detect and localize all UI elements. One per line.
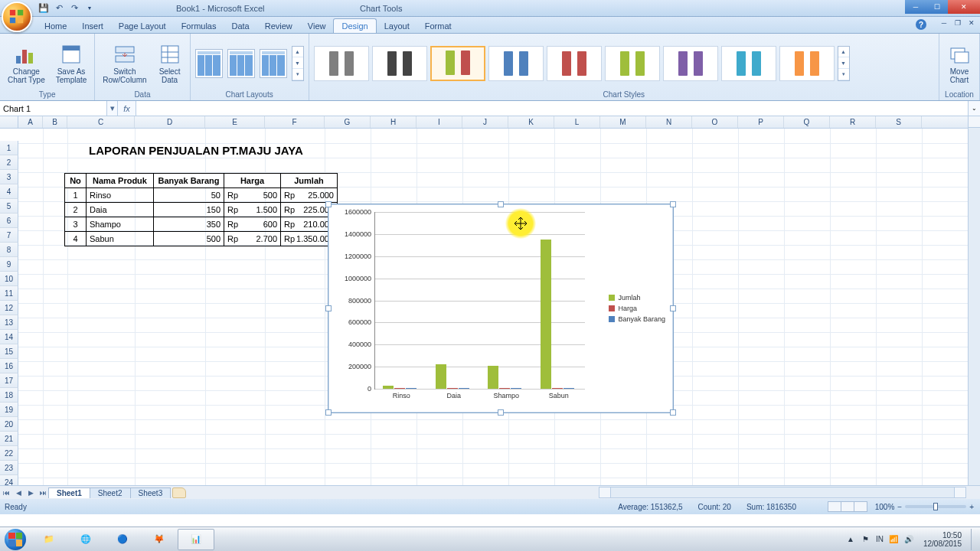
taskbar-ie[interactable]: 🌐 xyxy=(67,529,104,550)
col-header-H[interactable]: H xyxy=(371,116,416,128)
select-all-corner[interactable] xyxy=(0,116,18,128)
formula-bar-expand-icon[interactable]: ⌄ xyxy=(968,101,980,116)
taskbar-excel[interactable]: 📊 xyxy=(178,529,214,550)
row-header-23[interactable]: 23 xyxy=(0,461,18,475)
taskbar-firefox[interactable]: 🦊 xyxy=(141,529,178,550)
chart-style-9[interactable] xyxy=(779,46,835,81)
wb-minimize-button[interactable]: ─ xyxy=(939,18,949,28)
row-header-13[interactable]: 13 xyxy=(0,315,18,330)
sheet-nav-first-icon[interactable]: ⏮ xyxy=(0,489,12,497)
tray-clock[interactable]: 10:5012/08/2015 xyxy=(919,531,966,548)
row-header-15[interactable]: 15 xyxy=(0,344,18,359)
row-header-8[interactable]: 8 xyxy=(0,243,18,257)
tab-page-layout[interactable]: Page Layout xyxy=(111,19,174,33)
row-header-22[interactable]: 22 xyxy=(0,446,18,461)
close-button[interactable]: ✕ xyxy=(948,0,980,14)
row-header-18[interactable]: 18 xyxy=(0,388,18,403)
tray-flag-icon[interactable]: ⚑ xyxy=(861,534,871,545)
row-header-16[interactable]: 16 xyxy=(0,359,18,373)
tab-review[interactable]: Review xyxy=(257,19,300,33)
row-header-11[interactable]: 11 xyxy=(0,286,18,301)
row-header-1[interactable]: 1 xyxy=(0,141,18,155)
col-header-K[interactable]: K xyxy=(508,116,554,128)
scroll-up-icon[interactable] xyxy=(969,116,980,128)
chart-layouts-more[interactable]: ▲▼▾ xyxy=(292,46,304,81)
col-header-N[interactable]: N xyxy=(646,116,692,128)
insert-sheet-button[interactable] xyxy=(172,487,186,498)
col-header-P[interactable]: P xyxy=(738,116,784,128)
row-header-20[interactable]: 20 xyxy=(0,417,18,432)
row-header-21[interactable]: 21 xyxy=(0,432,18,446)
col-header-I[interactable]: I xyxy=(416,116,462,128)
tray-language[interactable]: IN xyxy=(876,535,884,543)
row-header-19[interactable]: 19 xyxy=(0,403,18,417)
row-header-7[interactable]: 7 xyxy=(0,228,18,243)
col-header-S[interactable]: S xyxy=(876,116,922,128)
col-header-E[interactable]: E xyxy=(205,116,265,128)
col-header-F[interactable]: F xyxy=(265,116,325,128)
tab-home[interactable]: Home xyxy=(37,19,74,33)
worksheet-grid[interactable]: ABCDEFGHIJKLMNOPQRS 12345678910111213141… xyxy=(0,116,980,485)
view-buttons[interactable] xyxy=(828,501,867,512)
row-header-24[interactable]: 24 xyxy=(0,475,18,485)
help-icon[interactable]: ? xyxy=(916,19,926,30)
undo-icon[interactable]: ↶ xyxy=(54,3,64,14)
row-header-14[interactable]: 14 xyxy=(0,330,18,344)
tab-view[interactable]: View xyxy=(300,19,334,33)
qat-dropdown-icon[interactable]: ▼ xyxy=(84,3,95,14)
col-header-G[interactable]: G xyxy=(325,116,371,128)
chart-styles-more[interactable]: ▲▼▾ xyxy=(838,46,850,81)
zoom-level[interactable]: 100% xyxy=(875,503,895,511)
tray-expand-icon[interactable]: ▲ xyxy=(845,534,856,545)
select-data-button[interactable]: Select Data xyxy=(155,41,185,86)
col-header-D[interactable]: D xyxy=(135,116,205,128)
col-header-R[interactable]: R xyxy=(830,116,876,128)
tab-format[interactable]: Format xyxy=(417,19,459,33)
row-header-9[interactable]: 9 xyxy=(0,257,18,272)
row-header-12[interactable]: 12 xyxy=(0,301,18,315)
tab-data[interactable]: Data xyxy=(224,19,256,33)
col-header-M[interactable]: M xyxy=(600,116,646,128)
chart-style-8[interactable] xyxy=(721,46,776,81)
scroll-left-icon[interactable] xyxy=(599,487,611,497)
tab-insert[interactable]: Insert xyxy=(74,19,111,33)
sheet-nav-prev-icon[interactable]: ◀ xyxy=(12,489,24,497)
show-desktop-button[interactable] xyxy=(971,529,977,550)
col-header-C[interactable]: C xyxy=(67,116,135,128)
wb-close-button[interactable]: ✕ xyxy=(966,18,977,28)
taskbar-explorer[interactable]: 📁 xyxy=(31,529,67,550)
chart-layout-2[interactable] xyxy=(227,49,255,78)
office-button[interactable] xyxy=(2,2,32,32)
sheet-tab-sheet3[interactable]: Sheet3 xyxy=(130,487,172,498)
minimize-button[interactable]: ─ xyxy=(905,0,926,14)
start-button[interactable] xyxy=(0,527,31,552)
row-header-5[interactable]: 5 xyxy=(0,199,18,214)
name-box-input[interactable] xyxy=(3,104,103,113)
col-header-L[interactable]: L xyxy=(554,116,600,128)
col-header-A[interactable]: A xyxy=(18,116,43,128)
sheet-nav-next-icon[interactable]: ▶ xyxy=(24,489,37,497)
horizontal-scrollbar[interactable] xyxy=(599,487,966,498)
chart-layout-1[interactable] xyxy=(195,49,223,78)
chart-style-3[interactable] xyxy=(430,46,485,81)
tray-volume-icon[interactable]: 🔊 xyxy=(903,534,914,545)
wb-restore-button[interactable]: ❐ xyxy=(952,18,963,28)
chart-style-6[interactable] xyxy=(605,46,660,81)
row-header-17[interactable]: 17 xyxy=(0,373,18,388)
chart-layout-3[interactable] xyxy=(260,49,287,78)
row-header-4[interactable]: 4 xyxy=(0,184,18,199)
chart-object[interactable]: 0200000400000600000800000100000012000001… xyxy=(328,204,674,413)
chart-style-1[interactable] xyxy=(314,46,369,81)
scroll-right-icon[interactable] xyxy=(954,487,965,497)
row-header-6[interactable]: 6 xyxy=(0,214,18,228)
col-header-B[interactable]: B xyxy=(43,116,67,128)
fx-icon[interactable]: fx xyxy=(118,101,136,116)
sheet-nav-last-icon[interactable]: ⏭ xyxy=(37,489,49,497)
name-box[interactable] xyxy=(0,101,107,116)
chart-legend[interactable]: JumlahHargaBanyak Barang xyxy=(609,291,665,326)
zoom-out-button[interactable]: − xyxy=(897,503,902,511)
maximize-button[interactable]: ☐ xyxy=(926,0,948,14)
save-icon[interactable]: 💾 xyxy=(38,3,49,14)
formula-bar[interactable] xyxy=(136,101,968,116)
chart-style-7[interactable] xyxy=(663,46,718,81)
